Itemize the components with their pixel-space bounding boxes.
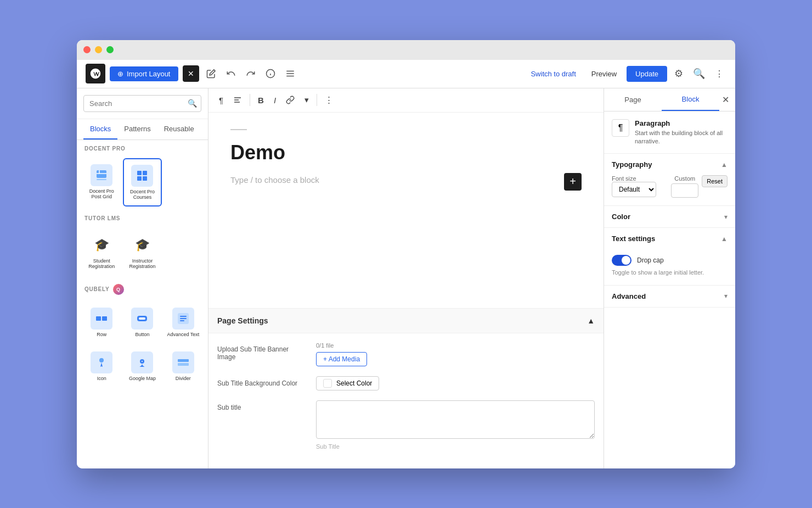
left-sidebar: 🔍 Blocks Patterns Reusable DOCENT PRO Do <box>77 88 208 468</box>
right-tabs: Page Block ✕ <box>604 88 735 111</box>
custom-px-input[interactable] <box>671 183 698 198</box>
docent-courses-icon <box>131 165 153 187</box>
update-button[interactable]: Update <box>627 66 667 82</box>
row-icon <box>91 308 112 330</box>
block-label: Advanced Text <box>167 332 199 337</box>
block-google-map[interactable]: Google Map <box>123 345 161 387</box>
page-settings-body: Upload Sub Title Banner Image 0/1 file +… <box>208 333 604 468</box>
dot-red <box>83 46 91 53</box>
right-sidebar: Page Block ✕ ¶ Paragraph Start with the … <box>604 88 735 468</box>
svg-rect-10 <box>137 171 142 175</box>
upload-control: 0/1 file + Add Media <box>316 342 595 366</box>
app-content: ⊕ Import Layout ✕ Switch to draft Previe… <box>77 60 735 468</box>
block-label: Student Registration <box>85 258 118 269</box>
tab-page[interactable]: Page <box>604 89 662 110</box>
block-label: Docent Pro Post Grid <box>85 188 118 199</box>
instructor-reg-icon: 🎓 <box>131 234 153 256</box>
block-divider[interactable]: Divider <box>164 345 202 387</box>
color-section: Color ▾ <box>604 206 735 228</box>
import-layout-label: Import Layout <box>127 70 171 78</box>
advanced-header[interactable]: Advanced ▾ <box>604 286 735 307</box>
italic-tool-btn[interactable]: I <box>270 93 280 108</box>
color-control: Select Color <box>316 376 595 390</box>
editor-content[interactable]: Demo Type / to choose a block + <box>208 113 604 308</box>
reset-button[interactable]: Reset <box>702 175 728 187</box>
typography-header[interactable]: Typography ▲ <box>604 154 735 175</box>
tab-reusable[interactable]: Reusable <box>157 119 201 139</box>
block-advanced-text[interactable]: Advanced Text <box>164 302 202 343</box>
subtitle-textarea[interactable] <box>316 400 595 439</box>
tab-block[interactable]: Block <box>662 88 719 111</box>
switch-draft-button[interactable]: Switch to draft <box>525 66 581 81</box>
paragraph-tool-btn[interactable]: ¶ <box>215 93 227 108</box>
tab-blocks[interactable]: Blocks <box>83 119 117 139</box>
svg-rect-14 <box>96 316 101 321</box>
align-tool-btn[interactable] <box>229 93 246 107</box>
info-button[interactable] <box>263 66 278 81</box>
preview-button[interactable]: Preview <box>586 66 622 81</box>
page-settings-header[interactable]: Page Settings ▲ <box>208 309 604 333</box>
custom-label: Custom <box>674 175 695 182</box>
color-chevron: ▾ <box>724 213 728 221</box>
font-size-select[interactable]: Default Small Medium Large <box>612 182 656 197</box>
main-area: 🔍 Blocks Patterns Reusable DOCENT PRO Do <box>77 88 735 468</box>
drop-cap-toggle[interactable] <box>612 255 631 266</box>
more-options-button[interactable]: ⋮ <box>712 66 726 82</box>
page-settings-title: Page Settings <box>217 316 268 325</box>
block-row[interactable]: Row <box>82 302 121 343</box>
block-button[interactable]: Button <box>123 302 161 343</box>
link-tool-btn[interactable] <box>282 93 298 107</box>
subtitle-hint: Sub Title <box>316 443 595 450</box>
more-formats-btn[interactable]: ▾ <box>301 92 313 108</box>
block-label: Button <box>135 332 149 337</box>
icon-block-icon <box>91 351 112 373</box>
block-label: Icon <box>97 376 106 381</box>
tutor-lms-section-label: TUTOR LMS <box>77 210 208 225</box>
block-icon[interactable]: Icon <box>82 345 121 387</box>
block-info: ¶ Paragraph Start with the building bloc… <box>604 111 735 154</box>
color-header[interactable]: Color ▾ <box>604 206 735 227</box>
search-top-button[interactable]: 🔍 <box>690 65 708 82</box>
block-label: Row <box>97 332 106 337</box>
bold-tool-btn[interactable]: B <box>254 93 268 108</box>
text-settings-header[interactable]: Text settings ▲ <box>604 228 735 249</box>
settings-row-color: Sub Title Background Color Select Color <box>217 376 595 390</box>
block-student-registration[interactable]: 🎓 Student Registration <box>82 228 121 275</box>
edit-icon-button[interactable] <box>204 66 219 81</box>
add-media-button[interactable]: + Add Media <box>316 352 367 366</box>
import-icon: ⊕ <box>117 70 123 78</box>
text-settings-chevron: ▲ <box>721 235 728 243</box>
svg-rect-17 <box>139 317 145 320</box>
block-label: Docent Pro Courses <box>126 189 158 200</box>
select-color-button[interactable]: Select Color <box>316 376 379 390</box>
page-settings-panel: Page Settings ▲ Upload Sub Title Banner … <box>208 308 604 468</box>
svg-rect-6 <box>97 170 106 178</box>
block-name: Paragraph <box>635 119 728 127</box>
search-input[interactable] <box>83 95 201 112</box>
import-layout-button[interactable]: ⊕ Import Layout <box>110 66 178 81</box>
block-docent-courses[interactable]: Docent Pro Courses <box>123 158 161 206</box>
svg-point-19 <box>99 358 104 362</box>
close-editor-button[interactable]: ✕ <box>183 65 199 82</box>
search-icon-button[interactable]: 🔍 <box>188 99 197 108</box>
font-size-label: Font size <box>612 175 645 182</box>
tab-patterns[interactable]: Patterns <box>117 119 157 139</box>
svg-rect-22 <box>178 363 189 366</box>
page-settings-collapse-icon: ▲ <box>587 316 595 325</box>
undo-button[interactable] <box>223 66 239 81</box>
block-desc: Start with the building block of all nar… <box>635 129 728 146</box>
block-instructor-registration[interactable]: 🎓 Instructor Registration <box>123 228 161 275</box>
block-info-text: Paragraph Start with the building block … <box>635 119 728 146</box>
list-view-button[interactable] <box>283 66 298 81</box>
advanced-text-icon <box>172 308 194 330</box>
close-panel-button[interactable]: ✕ <box>719 92 732 108</box>
more-block-options-btn[interactable]: ⋮ <box>321 92 337 108</box>
settings-button[interactable]: ⚙ <box>672 65 686 82</box>
demo-title[interactable]: Demo <box>230 141 582 164</box>
typography-section: Typography ▲ Font size Default Small Med… <box>604 154 735 206</box>
browser-titlebar <box>77 40 735 60</box>
add-block-placeholder[interactable]: Type / to choose a block <box>230 173 319 187</box>
add-block-plus-button[interactable]: + <box>564 173 582 191</box>
block-docent-post-grid[interactable]: Docent Pro Post Grid <box>82 158 121 206</box>
redo-button[interactable] <box>243 66 258 81</box>
